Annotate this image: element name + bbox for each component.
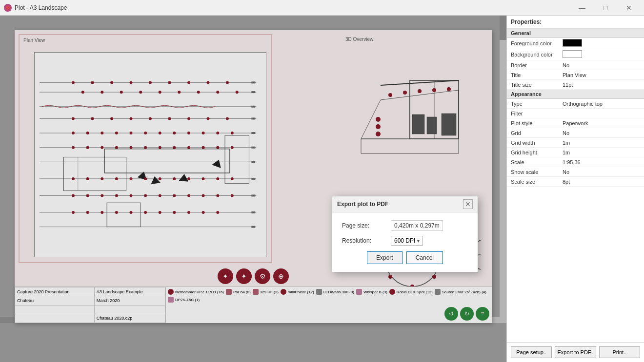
- grid-width-row: Grid width 1m: [507, 138, 644, 148]
- svg-rect-115: [107, 203, 141, 227]
- filter-label: Filter: [507, 110, 561, 117]
- svg-point-60: [187, 132, 190, 134]
- title-size-label: Title size: [507, 81, 561, 89]
- page-size-label: Page size:: [342, 222, 386, 229]
- toolbar-icon-1[interactable]: ✦: [218, 268, 233, 284]
- bottom-right-icons: ↺ ↻ ≡: [444, 307, 489, 321]
- grid-width-value: 1m: [561, 139, 644, 147]
- print-button[interactable]: Print..: [599, 346, 640, 358]
- empty-cell-2: [94, 305, 165, 314]
- svg-point-50: [207, 117, 210, 120]
- svg-point-54: [101, 132, 103, 134]
- svg-rect-14: [251, 117, 255, 119]
- background-color-value[interactable]: [561, 49, 644, 60]
- title-size-row: Title size 11pt: [507, 80, 644, 90]
- legend-icon-9: [168, 297, 174, 303]
- file-name-cell: Chateau 2020.c2p: [94, 314, 165, 323]
- resolution-select-text: 600 DPI: [394, 237, 415, 244]
- foreground-color-swatch[interactable]: [563, 39, 582, 47]
- svg-rect-21: [251, 226, 255, 228]
- svg-point-58: [159, 132, 161, 134]
- svg-point-95: [115, 194, 118, 197]
- cancel-button[interactable]: Cancel: [406, 251, 443, 264]
- svg-point-46: [130, 117, 133, 120]
- legend-label-7: Robin DLX Spot (12): [397, 290, 433, 294]
- overview-section: 3D Overview: [342, 34, 488, 195]
- svg-point-52: [72, 132, 75, 134]
- page-setup-button[interactable]: Page setup..: [511, 346, 552, 358]
- plan-view-inner: [34, 52, 266, 257]
- svg-point-67: [115, 146, 118, 149]
- br-icon-2[interactable]: ↻: [460, 307, 474, 321]
- svg-marker-78: [179, 173, 189, 181]
- plot-style-value: Paperwork: [561, 119, 644, 127]
- svg-point-73: [202, 146, 205, 149]
- svg-point-108: [130, 211, 133, 214]
- svg-point-88: [187, 177, 190, 180]
- app-icon: [4, 4, 12, 12]
- svg-point-105: [86, 211, 89, 214]
- scale-label: Scale: [507, 158, 561, 166]
- svg-point-92: [72, 194, 75, 197]
- svg-rect-12: [251, 91, 255, 93]
- canvas-toolbar: ✦ ✦ ⚙ ⊕: [218, 268, 289, 284]
- legend-item-5: LEDWash 300 (8): [316, 289, 354, 295]
- svg-point-65: [86, 146, 89, 149]
- dialog-body: Page size: 0,420m x 0,297m Resolution: 6…: [332, 212, 478, 272]
- svg-point-25: [91, 81, 94, 84]
- canvas-area: Plan View: [0, 16, 506, 362]
- svg-rect-23: [63, 157, 78, 191]
- svg-point-64: [72, 146, 75, 149]
- svg-rect-116: [225, 135, 249, 184]
- svg-point-33: [81, 91, 84, 94]
- type-row: Type Orthographic top: [507, 99, 644, 109]
- svg-point-66: [101, 146, 103, 149]
- background-color-swatch[interactable]: [563, 50, 582, 58]
- scale-size-label: Scale size: [507, 178, 561, 186]
- resolution-select[interactable]: 600 DPI ▾: [391, 236, 423, 246]
- title-bar: Plot - A3 Landscape — □ ✕: [0, 0, 644, 16]
- export-pdf-footer-button[interactable]: Export to PDF..: [555, 346, 596, 358]
- minimize-button[interactable]: —: [571, 0, 593, 16]
- scale-size-value: 8pt: [561, 178, 644, 186]
- maximize-button[interactable]: □: [594, 0, 617, 16]
- foreground-color-value[interactable]: [561, 38, 644, 49]
- legend-icon-8: [435, 289, 441, 295]
- svg-point-48: [168, 117, 171, 120]
- close-button[interactable]: ✕: [618, 0, 640, 16]
- svg-point-109: [144, 211, 147, 214]
- svg-point-56: [130, 132, 133, 134]
- export-button[interactable]: Export: [367, 251, 402, 264]
- vertical-scrollbar-thumb[interactable]: [500, 16, 506, 40]
- br-icon-3[interactable]: ≡: [476, 307, 489, 321]
- svg-rect-17: [251, 161, 255, 163]
- properties-body[interactable]: General Foreground color Background colo…: [507, 29, 644, 342]
- svg-rect-131: [412, 114, 424, 134]
- toolbar-icon-2[interactable]: ✦: [236, 268, 252, 284]
- svg-point-102: [216, 194, 219, 197]
- svg-point-82: [101, 177, 103, 180]
- legend-icon-2: [226, 289, 232, 295]
- properties-footer: Page setup.. Export to PDF.. Print..: [507, 342, 644, 362]
- scale-size-row: Scale size 8pt: [507, 177, 644, 187]
- show-scale-value: No: [561, 168, 644, 176]
- toolbar-icon-3[interactable]: ⚙: [255, 268, 270, 284]
- show-scale-label: Show scale: [507, 168, 561, 176]
- svg-rect-11: [251, 81, 255, 83]
- properties-header: Properties:: [507, 16, 644, 29]
- svg-point-143: [388, 275, 392, 279]
- legend-icon-4: [281, 289, 286, 295]
- vertical-scrollbar[interactable]: [500, 16, 506, 323]
- br-icon-1[interactable]: ↺: [444, 307, 458, 321]
- dialog-close-button[interactable]: ✕: [463, 199, 473, 209]
- svg-line-123: [381, 80, 459, 85]
- svg-point-126: [388, 93, 392, 97]
- svg-rect-16: [251, 147, 255, 149]
- border-row: Border No: [507, 60, 644, 70]
- toolbar-icon-4[interactable]: ⊕: [273, 268, 289, 284]
- grid-value: No: [561, 129, 644, 137]
- svg-point-37: [159, 91, 161, 94]
- svg-marker-79: [212, 158, 223, 168]
- svg-point-111: [173, 211, 176, 214]
- legend-item-2: Par 64 (8): [226, 289, 251, 295]
